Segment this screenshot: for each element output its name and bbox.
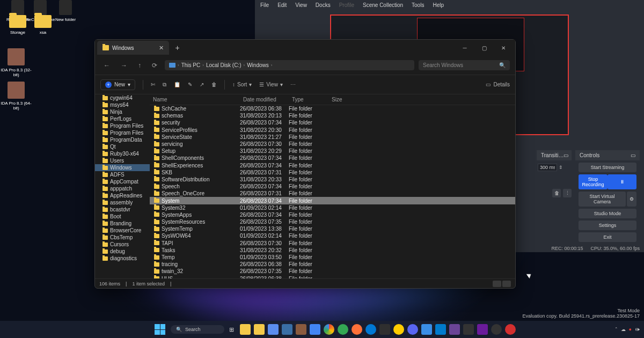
menu-profile[interactable]: Profile	[339, 2, 354, 8]
view-large-icon[interactable]	[502, 281, 511, 287]
search-box[interactable]: Search Windows 🔍	[419, 60, 510, 70]
popout-icon[interactable]: ▭	[631, 152, 635, 158]
file-row[interactable]: ServiceProfiles31/08/2023 20:30File fold…	[150, 127, 515, 134]
app-icon[interactable]	[449, 324, 460, 335]
vscode-icon[interactable]	[435, 324, 446, 335]
tree-node[interactable]: Boot	[95, 213, 150, 220]
desktop-icon[interactable]: xsa	[27, 15, 59, 35]
tree-node[interactable]: ProgramData	[95, 136, 150, 143]
stop-recording-button[interactable]: Stop Recording	[579, 174, 608, 189]
rename-button[interactable]: ✎	[188, 82, 192, 87]
file-row[interactable]: ShellComponents26/08/2023 07:34File fold…	[150, 155, 515, 161]
spinner-icon[interactable]: ⇕	[559, 165, 563, 170]
tree-node[interactable]: PerfLogs	[95, 115, 150, 122]
vcam-settings-button[interactable]: ⚙	[627, 192, 636, 207]
file-row[interactable]: Setup31/08/2023 20:29File folder	[150, 148, 515, 155]
chevron-icon[interactable]: ›	[243, 63, 245, 68]
share-button[interactable]: ↗	[200, 82, 204, 87]
trash-icon[interactable]: 🗑	[552, 189, 561, 197]
chevron-icon[interactable]: ›	[271, 63, 273, 68]
file-row[interactable]: ShellExperiences26/08/2023 07:34File fol…	[150, 162, 515, 169]
file-row[interactable]: System3201/09/2023 02:14File folder	[150, 204, 515, 211]
exit-button[interactable]: Exit	[579, 232, 636, 242]
menu-file[interactable]: File	[260, 2, 269, 8]
file-row[interactable]: twain_3226/08/2023 07:35File folder	[150, 268, 515, 275]
breadcrumb[interactable]: › This PC › Local Disk (C:) › Windows ›	[165, 60, 414, 70]
pause-recording-button[interactable]: ⏸	[608, 174, 636, 189]
taskbar-search[interactable]: 🔍Search	[171, 325, 224, 334]
tree-node[interactable]: msys64	[95, 101, 150, 108]
crumb-this-pc[interactable]: This PC	[181, 62, 201, 68]
file-row[interactable]: SystemResources26/08/2023 07:35File fold…	[150, 218, 515, 225]
tray-icon[interactable]: ●	[629, 327, 632, 332]
file-row[interactable]: TAPI26/08/2023 07:30File folder	[150, 240, 515, 247]
app-icon[interactable]	[421, 324, 432, 335]
wifi-icon[interactable]: 🕪	[635, 327, 640, 332]
tree-node[interactable]: Program Files	[95, 129, 150, 136]
up-button[interactable]: ↑	[135, 60, 144, 71]
obs-icon[interactable]	[491, 324, 502, 335]
tree-node[interactable]: CbsTemp	[95, 234, 150, 241]
tree-node[interactable]: apppatch	[95, 185, 150, 192]
explorer-icon-2[interactable]	[254, 324, 265, 335]
app-icon[interactable]	[296, 324, 306, 335]
file-row[interactable]: SchCache26/08/2023 06:38File folder	[150, 105, 515, 112]
crumb-windows[interactable]: Windows	[247, 62, 269, 68]
file-row[interactable]: System26/08/2023 07:34File folder	[150, 197, 515, 204]
app-icon[interactable]	[268, 324, 279, 335]
explorer-icon[interactable]	[240, 324, 251, 335]
file-row[interactable]: Speech26/08/2023 07:34File folder	[150, 183, 515, 190]
menu-tools[interactable]: Tools	[412, 2, 424, 8]
tree-node[interactable]: Qt	[95, 143, 150, 150]
tree-node[interactable]: bcastdvr	[95, 206, 150, 213]
chevron-icon[interactable]: ›	[202, 63, 204, 68]
settings-button[interactable]: Settings	[579, 221, 636, 230]
app-icon[interactable]	[310, 324, 320, 335]
view-button[interactable]: ☰ View ▾	[259, 82, 283, 87]
file-row[interactable]: SKB26/08/2023 07:31File folder	[150, 169, 515, 176]
file-row[interactable]: SystemTemp01/09/2023 13:38File folder	[150, 225, 515, 232]
rows-container[interactable]: SchCache26/08/2023 06:38File folderschem…	[150, 105, 515, 278]
file-row[interactable]: SystemApps26/08/2023 07:34File folder	[150, 211, 515, 218]
tree-node[interactable]: Program Files	[95, 122, 150, 129]
tree-node[interactable]: cygwin64	[95, 94, 150, 101]
more-button[interactable]: ⋯	[290, 82, 296, 87]
new-tab-button[interactable]: +	[175, 43, 180, 52]
start-button[interactable]	[155, 324, 165, 335]
app-icon[interactable]	[393, 324, 404, 335]
app-icon[interactable]	[477, 324, 488, 335]
details-toggle[interactable]: ▭ Details	[486, 82, 510, 87]
col-size[interactable]: Size	[328, 95, 353, 104]
app-icon[interactable]	[282, 324, 292, 335]
file-row[interactable]: Speech_OneCore26/08/2023 07:31File folde…	[150, 190, 515, 197]
app-icon[interactable]	[463, 324, 474, 335]
studio-mode-button[interactable]: Studio Mode	[579, 209, 636, 218]
app-icon[interactable]	[338, 324, 348, 335]
popout-icon[interactable]: ▭	[564, 152, 568, 158]
system-tray[interactable]: ˄ ☁ ● 🕪	[615, 327, 640, 332]
column-headers[interactable]: Name Date modified Type Size	[150, 94, 515, 105]
tree-node[interactable]: BrowserCore	[95, 227, 150, 234]
crumb-disk[interactable]: Local Disk (C:)	[206, 62, 241, 68]
col-name[interactable]: Name	[150, 95, 240, 104]
view-details-icon[interactable]	[493, 281, 501, 287]
col-type[interactable]: Type	[289, 95, 328, 104]
col-date[interactable]: Date modified	[240, 95, 289, 104]
tree-node[interactable]: assembly	[95, 199, 150, 206]
tree-node[interactable]: Ruby30-x64	[95, 150, 150, 157]
file-row[interactable]: tracing26/08/2023 06:38File folder	[150, 261, 515, 268]
start-virtual-camera-button[interactable]: Start Virtual Camera	[579, 192, 626, 207]
file-row[interactable]: SoftwareDistribution31/08/2023 20:33File…	[150, 176, 515, 183]
app-icon[interactable]	[379, 324, 390, 335]
nav-tree[interactable]: cygwin64msys64NinjaPerfLogsProgram Files…	[95, 94, 150, 278]
file-row[interactable]: schemas31/08/2023 20:13File folder	[150, 112, 515, 119]
tree-node[interactable]: AppReadines	[95, 192, 150, 199]
close-tab-icon[interactable]: ✕	[159, 45, 164, 52]
menu-view[interactable]: View	[295, 2, 307, 8]
refresh-button[interactable]: ⟳	[149, 60, 160, 71]
tree-node[interactable]: Ninja	[95, 108, 150, 115]
file-row[interactable]: security26/08/2023 07:34File folder	[150, 119, 515, 126]
maximize-button[interactable]: ▢	[474, 41, 494, 55]
tree-node[interactable]: Users	[95, 157, 150, 164]
back-button[interactable]: ←	[100, 60, 113, 71]
